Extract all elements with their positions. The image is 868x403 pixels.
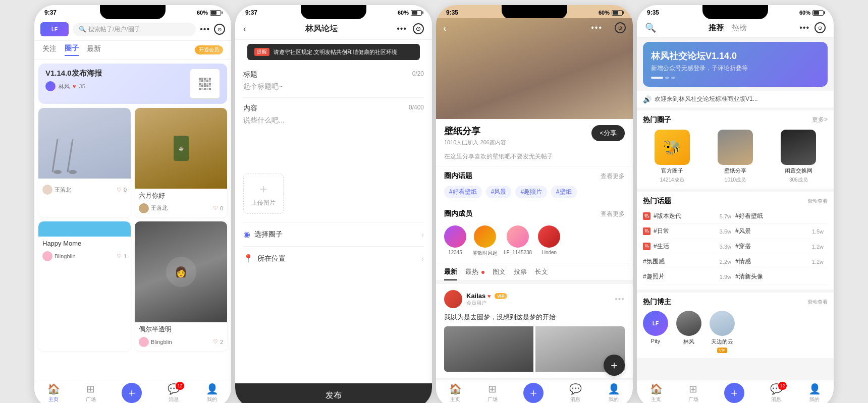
tab-latest[interactable]: 最新: [87, 44, 101, 55]
vip-badge[interactable]: 开通会员: [195, 45, 223, 54]
tab-recommend[interactable]: 推荐: [709, 23, 724, 33]
tab-vote[interactable]: 投票: [514, 267, 527, 280]
banner-user: 林风 ♥ 35: [45, 81, 185, 91]
feed-content: V1.14.0发布海报 林风 ♥ 35: [34, 60, 231, 364]
rec-search-icon[interactable]: 🔍: [645, 22, 656, 33]
nav-profile-1[interactable]: 👤 我的: [206, 383, 219, 403]
post-more-btn[interactable]: •••: [615, 295, 625, 304]
topic-row-5[interactable]: #穿搭 1.2w: [735, 239, 828, 254]
card-happy-mome[interactable]: Happy Mome Blingblin ♡ 1: [38, 221, 131, 351]
blogger-2[interactable]: 天边的云 VIP: [710, 311, 735, 353]
title-input[interactable]: 起个标题吧~: [243, 82, 424, 98]
post-header: Kailas ♥ VIP 会员用户 •••: [444, 290, 625, 308]
nav-plaza-4[interactable]: ⊞ 广场: [688, 383, 698, 403]
card-footer-happy: Blingblin ♡ 1: [42, 251, 127, 261]
nav-plaza-1[interactable]: ⊞ 广场: [86, 383, 96, 403]
title-label: 标题 0/20: [243, 64, 424, 82]
add-button-4[interactable]: ＋: [724, 383, 744, 403]
tab-images[interactable]: 图文: [493, 267, 506, 280]
post-vip-badge: VIP: [495, 293, 507, 299]
card-starbucks[interactable]: ☕ 六月你好 王落北 ♡ 0: [135, 108, 227, 217]
rec-banner-sub: 新增公众号无感登录，子评论折叠等: [651, 64, 820, 73]
card-likes-1: 0: [124, 187, 127, 193]
topic-row-7[interactable]: #情感 1.2w: [735, 254, 828, 269]
topic-row-9[interactable]: #清新头像: [735, 269, 828, 284]
nav-home-label-4: 主页: [651, 396, 661, 403]
rec-more-btn[interactable]: •••: [799, 23, 809, 32]
members-see-more[interactable]: 查看更多: [601, 210, 625, 218]
topic-row-3[interactable]: #风景 1.5w: [735, 224, 828, 239]
content-input[interactable]: 说些什么吧...: [243, 116, 424, 165]
nav-profile-4[interactable]: 👤 我的: [808, 383, 821, 403]
circle-0[interactable]: 🐝 官方圈子 14214成员: [643, 130, 701, 184]
nav-add-1[interactable]: ＋: [122, 383, 142, 403]
profile-icon-4: 👤: [808, 383, 821, 395]
card-user-2: 王落北: [151, 204, 211, 212]
add-icon-4: ＋: [729, 385, 740, 400]
nav-plaza-label-3: 广场: [487, 396, 498, 403]
topics-see-more[interactable]: 查看更多: [601, 172, 625, 181]
topic-tag-2[interactable]: #趣照片: [515, 186, 547, 198]
topic-tag-3[interactable]: #壁纸: [551, 186, 577, 198]
topic-row-4[interactable]: 热 #生活 3.3w: [643, 239, 735, 254]
nav-add-3[interactable]: ＋: [523, 383, 544, 403]
tab-follow[interactable]: 关注: [42, 44, 57, 55]
nav-plaza-3[interactable]: ⊞ 广场: [487, 383, 498, 403]
blogger-1[interactable]: 林风: [676, 311, 701, 353]
member-3[interactable]: Linden: [538, 225, 560, 257]
topic-row-6[interactable]: #氛围感 2.2w: [643, 254, 735, 269]
blogger-name-0: Pity: [651, 338, 660, 344]
share-btn[interactable]: <分享: [591, 125, 625, 141]
blogger-0[interactable]: LF Pity: [643, 311, 668, 353]
nav-messages-3[interactable]: 💬 消息: [569, 383, 582, 403]
hero-back-btn[interactable]: ‹: [443, 22, 447, 34]
banner-post[interactable]: V1.14.0发布海报 林风 ♥ 35: [38, 64, 227, 104]
circles-more-link[interactable]: 更多>: [812, 116, 828, 125]
more-options-btn[interactable]: •••: [200, 25, 210, 34]
hero-scan-btn[interactable]: ⊙: [615, 22, 626, 33]
editor-scan-btn[interactable]: ⊙: [413, 23, 424, 34]
topic-row-8[interactable]: #趣照片 1.9w: [643, 269, 735, 284]
status-bar-1: 9:37 60%: [34, 5, 231, 18]
editor-more-btn[interactable]: •••: [397, 24, 407, 33]
circle-img-1: [718, 130, 753, 165]
circle-2[interactable]: 闲置交换网 306成员: [770, 130, 828, 184]
topic-row-1[interactable]: #好看壁纸: [735, 209, 828, 224]
nav-home-4[interactable]: 🏠 主页: [650, 383, 663, 403]
search-bar[interactable]: 🔍 搜索帖子/用户/圈子: [73, 23, 196, 36]
card-likes-4: 2: [220, 339, 223, 345]
card-girl-tunnel[interactable]: 👩 偶尔半透明 Blingblin ♡ 2: [135, 221, 227, 351]
member-2[interactable]: LF_1145238: [504, 225, 532, 257]
tab-trending[interactable]: 热榜: [732, 23, 747, 33]
topic-tag-0[interactable]: #好看壁纸: [444, 186, 482, 198]
add-button-3[interactable]: ＋: [523, 383, 544, 403]
back-btn[interactable]: ‹: [243, 24, 246, 34]
nav-home-3[interactable]: 🏠 主页: [449, 383, 462, 403]
scan-btn[interactable]: ⊙: [214, 24, 225, 35]
hero-more-btn[interactable]: •••: [591, 23, 603, 32]
plaza-icon-3: ⊞: [488, 383, 497, 395]
nav-home-1[interactable]: 🏠 主页: [47, 383, 60, 403]
tab-circle[interactable]: 圈子: [65, 44, 79, 56]
add-button-1[interactable]: ＋: [122, 383, 142, 403]
nav-profile-3[interactable]: 👤 我的: [608, 383, 620, 403]
nav-messages-4[interactable]: 💬 消息 12: [770, 383, 783, 403]
topic-tag-1[interactable]: #风景: [486, 186, 512, 198]
card-shadow[interactable]: 王落北 ♡ 0: [38, 108, 131, 217]
topic-row-2[interactable]: 热 #日常 3.5w: [643, 224, 735, 239]
member-0[interactable]: 12345: [444, 225, 466, 257]
tab-latest[interactable]: 最新: [444, 267, 457, 280]
rec-scan-btn[interactable]: ⊙: [815, 22, 826, 33]
hot-circles-title: 热门圈子: [643, 116, 671, 125]
nav-add-4[interactable]: ＋: [724, 383, 744, 403]
upload-box[interactable]: ＋ 上传图片: [243, 174, 284, 214]
circle-1[interactable]: 壁纸分享 1010成员: [706, 130, 764, 184]
publish-btn[interactable]: 发布: [235, 383, 432, 403]
circle-selector[interactable]: ◉ 选择圈子 ›: [243, 222, 424, 246]
float-add-btn[interactable]: ＋: [604, 355, 625, 376]
location-selector[interactable]: 📍 所在位置 ›: [243, 246, 424, 270]
topic-row-0[interactable]: 热 #版本迭代 5.7w: [643, 209, 735, 224]
tab-longpost[interactable]: 长文: [535, 267, 548, 280]
member-1[interactable]: 雾散时风起: [472, 225, 498, 257]
nav-messages-1[interactable]: 💬 消息 12: [168, 383, 180, 403]
